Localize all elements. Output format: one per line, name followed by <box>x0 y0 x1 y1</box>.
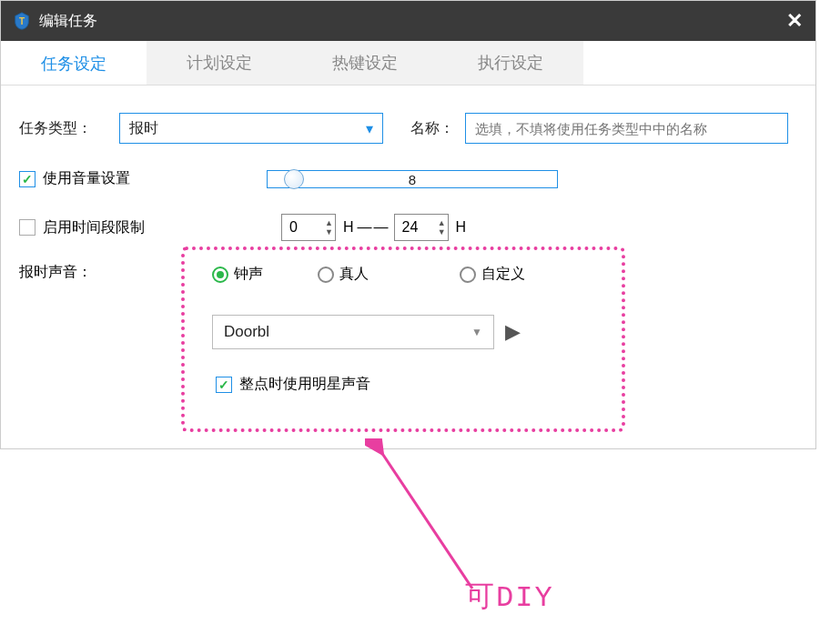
app-icon: T <box>12 11 32 31</box>
row-task-type: 任务类型： 报时 ▾ 名称： <box>19 113 797 144</box>
h-unit-2: H <box>456 219 467 236</box>
time-from-spinner[interactable]: 0 ▲▼ <box>281 214 336 241</box>
spinner-arrows-icon[interactable]: ▲▼ <box>438 215 446 240</box>
tab-hotkey-settings[interactable]: 热键设定 <box>292 41 438 85</box>
spinner-arrows-icon[interactable]: ▲▼ <box>325 215 333 240</box>
time-to-spinner[interactable]: 24 ▲▼ <box>394 214 449 241</box>
task-type-value: 报时 <box>129 119 158 138</box>
radio-icon <box>460 267 476 283</box>
time-range: 0 ▲▼ H —— 24 ▲▼ H <box>281 214 466 241</box>
tab-schedule-settings[interactable]: 计划设定 <box>147 41 292 85</box>
caret-down-icon: ▾ <box>366 120 373 137</box>
use-volume-checkbox[interactable] <box>19 171 35 187</box>
diy-annotation: 可DIY <box>465 577 554 617</box>
radio-icon <box>318 267 334 283</box>
star-voice-label: 整点时使用明星声音 <box>239 375 370 394</box>
play-icon[interactable]: ▶ <box>505 320 521 344</box>
time-limit-label: 启用时间段限制 <box>43 218 145 237</box>
sound-select-row: Doorbl ▼ ▶ <box>203 315 603 349</box>
task-type-label: 任务类型： <box>19 119 119 138</box>
slider-value: 8 <box>409 171 416 186</box>
caret-down-icon: ▼ <box>471 326 482 338</box>
row-time-limit: 启用时间段限制 0 ▲▼ H —— 24 ▲▼ H <box>19 214 797 241</box>
tab-exec-settings[interactable]: 执行设定 <box>438 41 583 85</box>
h-unit-1: H <box>343 219 354 236</box>
name-label: 名称： <box>410 119 465 138</box>
radio-human[interactable]: 真人 <box>318 265 369 284</box>
radio-bell-label: 钟声 <box>234 265 263 284</box>
sound-label: 报时声音： <box>19 263 92 282</box>
task-type-select[interactable]: 报时 ▾ <box>119 113 383 144</box>
svg-text:T: T <box>19 16 25 26</box>
time-limit-checkbox[interactable] <box>19 219 35 236</box>
svg-line-1 <box>381 452 472 589</box>
volume-slider[interactable]: 8 <box>267 170 558 188</box>
use-volume-label: 使用音量设置 <box>43 169 130 188</box>
window-title: 编辑任务 <box>39 12 97 31</box>
time-from-value: 0 <box>289 219 298 236</box>
radio-custom[interactable]: 自定义 <box>460 265 525 284</box>
slider-track: 8 <box>267 170 558 188</box>
tabs: 任务设定 计划设定 热键设定 执行设定 <box>1 41 815 86</box>
radio-bell[interactable]: 钟声 <box>212 265 263 284</box>
content-area: 任务类型： 报时 ▾ 名称： 使用音量设置 8 启用时间段限制 <box>1 86 815 448</box>
diy-highlight-box: 钟声 真人 自定义 Doorbl ▼ ▶ <box>181 247 625 432</box>
name-input[interactable] <box>465 113 788 144</box>
close-icon[interactable]: ✕ <box>786 9 803 33</box>
radio-human-label: 真人 <box>339 265 369 284</box>
sound-radio-group: 钟声 真人 自定义 <box>203 265 603 284</box>
sound-file-value: Doorbl <box>224 323 269 341</box>
radio-icon <box>212 267 228 283</box>
radio-custom-label: 自定义 <box>481 265 525 284</box>
star-voice-row: 整点时使用明星声音 <box>203 375 603 394</box>
row-volume: 使用音量设置 8 <box>19 169 797 188</box>
slider-thumb[interactable] <box>284 169 304 189</box>
time-to-value: 24 <box>402 219 419 236</box>
titlebar: T 编辑任务 ✕ <box>1 1 815 41</box>
star-voice-checkbox[interactable] <box>216 377 232 393</box>
time-sep: —— <box>358 219 390 236</box>
dialog-window: T 编辑任务 ✕ 任务设定 计划设定 热键设定 执行设定 任务类型： 报时 ▾ … <box>0 0 816 449</box>
tab-task-settings[interactable]: 任务设定 <box>1 41 147 85</box>
sound-file-select[interactable]: Doorbl ▼ <box>212 315 494 349</box>
